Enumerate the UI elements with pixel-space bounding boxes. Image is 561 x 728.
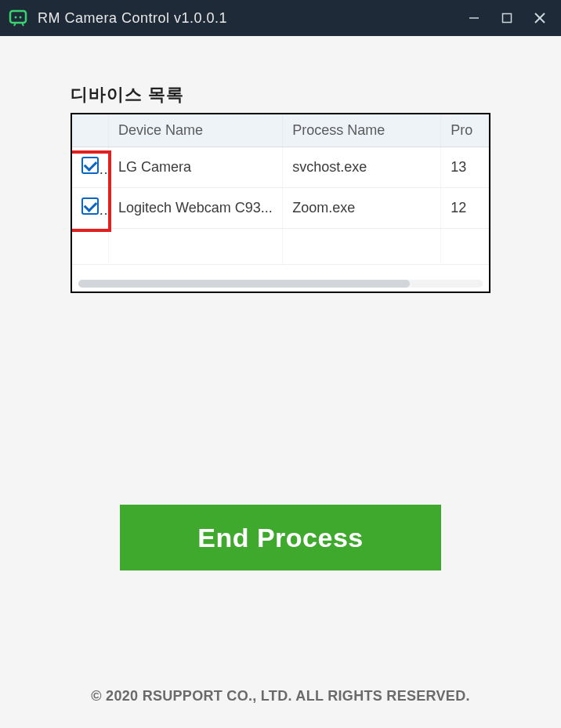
cell-device-name: Logitech Webcam C93... (108, 188, 282, 229)
close-button[interactable] (531, 9, 548, 27)
cell-process-id: 12 (441, 188, 489, 229)
maximize-button[interactable] (498, 9, 516, 27)
table-row[interactable]: Logitech Webcam C93... Zoom.exe 12 (72, 188, 489, 229)
row-checkbox[interactable] (81, 197, 99, 215)
row-checkbox-cell (72, 147, 108, 188)
row-checkbox[interactable] (81, 157, 99, 174)
table-header-row: Device Name Process Name Pro (72, 114, 489, 147)
horizontal-scrollbar[interactable] (78, 280, 483, 288)
cell-process-name: Zoom.exe (283, 188, 441, 229)
window-title: RM Camera Control v1.0.0.1 (38, 10, 465, 27)
header-device-name[interactable]: Device Name (108, 114, 282, 147)
minimize-button[interactable] (465, 9, 483, 27)
header-checkbox (72, 114, 108, 147)
table-row[interactable]: LG Camera svchost.exe 13 (72, 147, 489, 188)
svg-point-1 (15, 16, 17, 19)
header-process-name[interactable]: Process Name (283, 114, 441, 147)
device-grid-container: Device Name Process Name Pro LG Camera s… (71, 113, 490, 293)
end-process-button[interactable]: End Process (120, 505, 441, 570)
titlebar: RM Camera Control v1.0.0.1 (0, 0, 561, 36)
action-area: End Process (71, 505, 490, 570)
content-area: 디바이스 목록 Device Name Process Name Pro LG … (0, 36, 561, 728)
cell-process-id: 13 (441, 147, 489, 188)
row-checkbox-cell (72, 188, 108, 229)
svg-rect-4 (503, 14, 512, 23)
header-process-id[interactable]: Pro (441, 114, 489, 147)
footer-copyright: © 2020 RSUPPORT CO., LTD. ALL RIGHTS RES… (0, 688, 561, 704)
scrollbar-thumb[interactable] (78, 280, 410, 288)
svg-rect-0 (10, 11, 26, 23)
window-controls (465, 9, 553, 27)
device-table: Device Name Process Name Pro LG Camera s… (72, 114, 489, 265)
app-icon (8, 7, 30, 29)
cell-device-name: LG Camera (108, 147, 282, 188)
section-title: 디바이스 목록 (71, 83, 490, 107)
svg-point-2 (20, 16, 22, 19)
table-row-empty (72, 229, 489, 265)
cell-process-name: svchost.exe (283, 147, 441, 188)
